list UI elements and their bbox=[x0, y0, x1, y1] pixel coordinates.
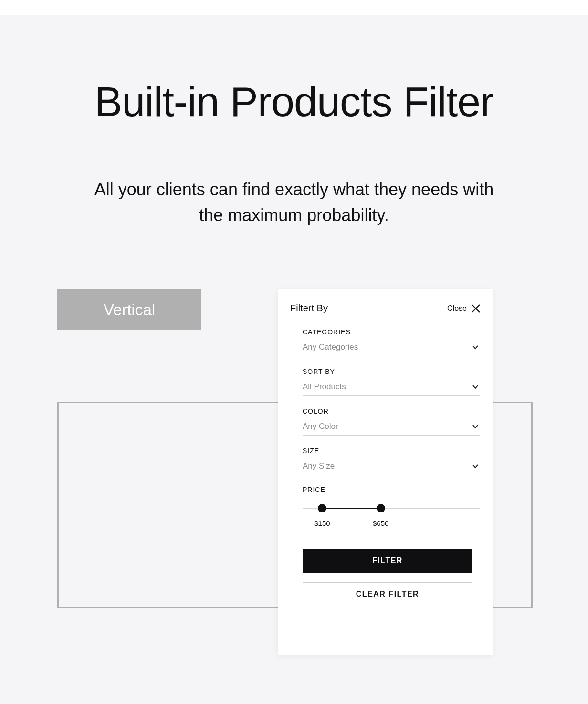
field-price: PRICE $150 $650 bbox=[303, 486, 480, 530]
close-label: Close bbox=[447, 304, 467, 313]
field-size: SIZE Any Size bbox=[303, 447, 480, 475]
select-value-color: Any Color bbox=[303, 422, 338, 431]
slider-range bbox=[322, 508, 381, 509]
chevron-down-icon bbox=[472, 423, 479, 430]
filter-button-label: FILTER bbox=[372, 556, 403, 565]
field-color: COLOR Any Color bbox=[303, 407, 480, 436]
price-min-value: $150 bbox=[314, 519, 330, 527]
close-icon bbox=[471, 303, 481, 314]
slider-handle-max[interactable] bbox=[377, 504, 385, 512]
chevron-down-icon bbox=[472, 462, 479, 470]
field-label-size: SIZE bbox=[303, 447, 480, 455]
select-value-sort-by: All Products bbox=[303, 382, 346, 392]
select-color[interactable]: Any Color bbox=[303, 422, 480, 436]
select-sort-by[interactable]: All Products bbox=[303, 382, 480, 396]
page-title: Built-in Products Filter bbox=[0, 77, 588, 126]
tab-vertical[interactable]: Vertical bbox=[57, 289, 201, 330]
page-canvas: Built-in Products Filter All your client… bbox=[0, 15, 588, 704]
page-subtitle: All your clients can find exactly what t… bbox=[86, 177, 502, 228]
price-max-value: $650 bbox=[373, 519, 388, 527]
filter-panel-header: Filtert By Close bbox=[278, 289, 493, 314]
tab-label: Vertical bbox=[104, 301, 155, 319]
slider-handle-min[interactable] bbox=[318, 504, 326, 512]
price-slider[interactable] bbox=[303, 504, 480, 512]
field-categories: CATEGORIES Any Categories bbox=[303, 328, 480, 356]
close-button[interactable]: Close bbox=[447, 303, 481, 314]
filter-panel-body: CATEGORIES Any Categories SORT BY All Pr… bbox=[278, 314, 493, 606]
field-label-sort-by: SORT BY bbox=[303, 368, 480, 375]
field-sort-by: SORT BY All Products bbox=[303, 368, 480, 396]
price-values: $150 $650 bbox=[303, 519, 480, 530]
select-categories[interactable]: Any Categories bbox=[303, 342, 480, 356]
clear-filter-button-label: CLEAR FILTER bbox=[356, 590, 419, 598]
filter-panel-title: Filtert By bbox=[290, 303, 328, 314]
filter-panel: Filtert By Close CATEGORIES Any Categori… bbox=[278, 289, 493, 655]
field-label-categories: CATEGORIES bbox=[303, 328, 480, 336]
filter-button[interactable]: FILTER bbox=[303, 549, 472, 573]
chevron-down-icon bbox=[472, 343, 479, 351]
select-value-categories: Any Categories bbox=[303, 342, 358, 352]
field-label-color: COLOR bbox=[303, 407, 480, 415]
chevron-down-icon bbox=[472, 383, 479, 391]
select-size[interactable]: Any Size bbox=[303, 461, 480, 475]
field-label-price: PRICE bbox=[303, 486, 480, 493]
clear-filter-button[interactable]: CLEAR FILTER bbox=[303, 582, 472, 606]
select-value-size: Any Size bbox=[303, 461, 335, 471]
